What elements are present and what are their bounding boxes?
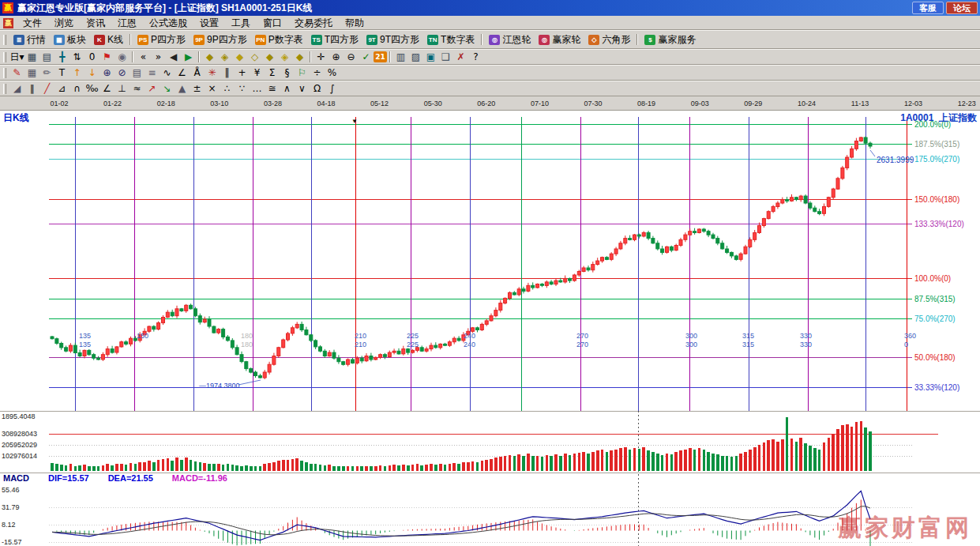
- arrow-downright-icon[interactable]: ↘: [160, 82, 175, 95]
- count-21-badge[interactable]: 21: [374, 51, 387, 62]
- toolbar-item-hexagon[interactable]: ◇六角形: [584, 33, 634, 47]
- menu-item-6[interactable]: 工具: [225, 17, 257, 29]
- toolbar-item-p-square[interactable]: PSP四方形: [133, 33, 190, 47]
- arrow-down-icon[interactable]: ↓: [84, 66, 100, 79]
- tile-windows-icon[interactable]: ▦: [24, 51, 39, 63]
- toolbar-item-winner-wheel[interactable]: ◎赢家轮: [535, 33, 584, 47]
- angstrom-icon[interactable]: Å: [190, 66, 205, 79]
- menu-item-8[interactable]: 交易委托: [288, 17, 339, 29]
- or-icon[interactable]: ∨: [295, 82, 310, 95]
- chart-area[interactable]: 200.0%(0)187.5%(315)175.0%(270)150.0%(18…: [0, 111, 980, 546]
- angle-icon[interactable]: ∠: [175, 66, 190, 79]
- print-icon[interactable]: ❑: [438, 51, 453, 63]
- red-flag-icon[interactable]: ⚑: [100, 51, 115, 63]
- diag-line-icon[interactable]: ╱: [39, 82, 54, 95]
- yen-icon[interactable]: ¥: [250, 66, 265, 79]
- crosshair-icon[interactable]: ╋: [54, 51, 69, 63]
- plusminus-icon[interactable]: ±: [190, 82, 205, 95]
- menu-item-1[interactable]: 浏览: [48, 17, 80, 29]
- triangle-icon[interactable]: ▲: [175, 82, 190, 95]
- circle-cross-icon[interactable]: ⊕: [100, 66, 115, 79]
- hlines-icon[interactable]: ▤: [130, 66, 145, 79]
- pencil-icon[interactable]: ✎: [9, 66, 24, 79]
- toolbar-item-9p-square[interactable]: 9P9P四方形: [190, 33, 251, 47]
- menu-item-0[interactable]: 文件: [17, 17, 48, 29]
- help-icon[interactable]: ?: [468, 51, 483, 63]
- last-bar-icon[interactable]: »: [151, 51, 166, 63]
- gann-diamond-5-icon[interactable]: ◆: [262, 51, 277, 63]
- customer-service-button[interactable]: 客服: [912, 2, 944, 14]
- approx-icon[interactable]: ≈: [130, 82, 145, 95]
- gann-diamond-3-icon[interactable]: ◆: [232, 51, 247, 63]
- panel-grid-icon[interactable]: ▨: [408, 51, 423, 63]
- updown-icon[interactable]: ⇅: [69, 51, 84, 63]
- arrow-up-icon[interactable]: ↑: [69, 66, 84, 79]
- prev-bar-icon[interactable]: ◀: [166, 51, 181, 63]
- toolbar-item-gann-wheel[interactable]: ◎江恩轮: [485, 33, 535, 47]
- next-bar-icon[interactable]: ▶: [181, 51, 196, 63]
- zero-origin-icon[interactable]: 0: [84, 51, 100, 63]
- menu-item-5[interactable]: 设置: [193, 17, 225, 29]
- integral-icon[interactable]: ∫: [325, 82, 340, 95]
- circle-slash-icon[interactable]: ⊘: [115, 66, 130, 79]
- first-bar-icon[interactable]: «: [136, 51, 151, 63]
- congruent-icon[interactable]: ≅: [265, 82, 280, 95]
- pointer-icon[interactable]: ✛: [314, 51, 329, 63]
- ellipsis-icon[interactable]: …: [250, 82, 265, 95]
- menu-item-7[interactable]: 窗口: [257, 17, 288, 29]
- check-icon[interactable]: ✓: [359, 51, 374, 63]
- parallel-lines-icon[interactable]: ∥: [24, 82, 39, 95]
- toolbar-item-sectors[interactable]: ▦板块: [50, 33, 90, 47]
- gann-diamond-1-icon[interactable]: ◆: [202, 51, 217, 63]
- because-icon[interactable]: ∵: [235, 82, 250, 95]
- period-day-button[interactable]: 日▾: [9, 51, 24, 63]
- toolbar-item-t-number-table[interactable]: TNT数字表: [423, 33, 479, 47]
- menu-item-3[interactable]: 江恩: [111, 17, 143, 29]
- gann-diamond-7-icon[interactable]: ◆: [292, 51, 307, 63]
- child-window-icon[interactable]: 赢: [3, 18, 13, 28]
- arc-icon[interactable]: ∩: [69, 82, 84, 95]
- sigma-icon[interactable]: Σ: [265, 66, 280, 79]
- menu-item-9[interactable]: 帮助: [339, 17, 370, 29]
- perpendicular-icon[interactable]: ⊥: [115, 82, 130, 95]
- arrow-upright-icon[interactable]: ↗: [145, 82, 160, 95]
- zoom-out-icon[interactable]: ⊖: [344, 51, 359, 63]
- divide-icon[interactable]: ÷: [310, 66, 325, 79]
- gann-diamond-4-icon[interactable]: ◇: [247, 51, 262, 63]
- and-icon[interactable]: ∧: [280, 82, 295, 95]
- toolbar-item-p-number-table[interactable]: PNP数字表: [251, 33, 307, 47]
- omega-icon[interactable]: Ω: [310, 82, 325, 95]
- parallel-icon[interactable]: ‖: [220, 66, 235, 79]
- grid-icon[interactable]: ▦: [24, 66, 39, 79]
- toolbar-item-winner-service[interactable]: $赢家服务: [640, 33, 700, 47]
- times-icon[interactable]: ×: [205, 82, 220, 95]
- delta-icon[interactable]: ⊿: [54, 82, 69, 95]
- toolbar-item-kline[interactable]: KK线: [90, 33, 127, 47]
- toolbar-item-quotes[interactable]: ≣行情: [9, 33, 50, 47]
- gann-diamond-6-icon[interactable]: ◈: [277, 51, 292, 63]
- asterisk-icon[interactable]: ✳: [205, 66, 220, 79]
- flag-green-icon[interactable]: ⚐: [295, 66, 310, 79]
- note-icon[interactable]: ▤: [39, 51, 54, 63]
- save-icon[interactable]: ▣: [423, 51, 438, 63]
- menu-item-2[interactable]: 资讯: [80, 17, 111, 29]
- permille-icon[interactable]: ‰: [84, 82, 100, 95]
- toolbar-item-9t-square[interactable]: 9T9T四方形: [362, 33, 423, 47]
- therefore-icon[interactable]: ∴: [220, 82, 235, 95]
- gann-diamond-2-icon[interactable]: ◈: [217, 51, 232, 63]
- forum-button[interactable]: 论坛: [946, 2, 978, 14]
- delete-icon[interactable]: ✗: [453, 51, 468, 63]
- equal-lines-icon[interactable]: ≡: [145, 66, 160, 79]
- percent-icon[interactable]: %: [325, 66, 340, 79]
- plus-icon[interactable]: +: [235, 66, 250, 79]
- chart-style-icon[interactable]: ▥: [393, 51, 408, 63]
- corner-icon[interactable]: ◢: [9, 82, 24, 95]
- zoom-in-icon[interactable]: ⊕: [329, 51, 344, 63]
- wave-icon[interactable]: ∿: [160, 66, 175, 79]
- toolbar-item-t-square[interactable]: TST四方形: [307, 33, 362, 47]
- text-tool-icon[interactable]: T: [54, 66, 69, 79]
- snapshot-icon[interactable]: ◉: [115, 51, 130, 63]
- section-icon[interactable]: §: [280, 66, 295, 79]
- pen-icon[interactable]: ✏: [39, 66, 54, 79]
- menu-item-4[interactable]: 公式选股: [143, 17, 193, 29]
